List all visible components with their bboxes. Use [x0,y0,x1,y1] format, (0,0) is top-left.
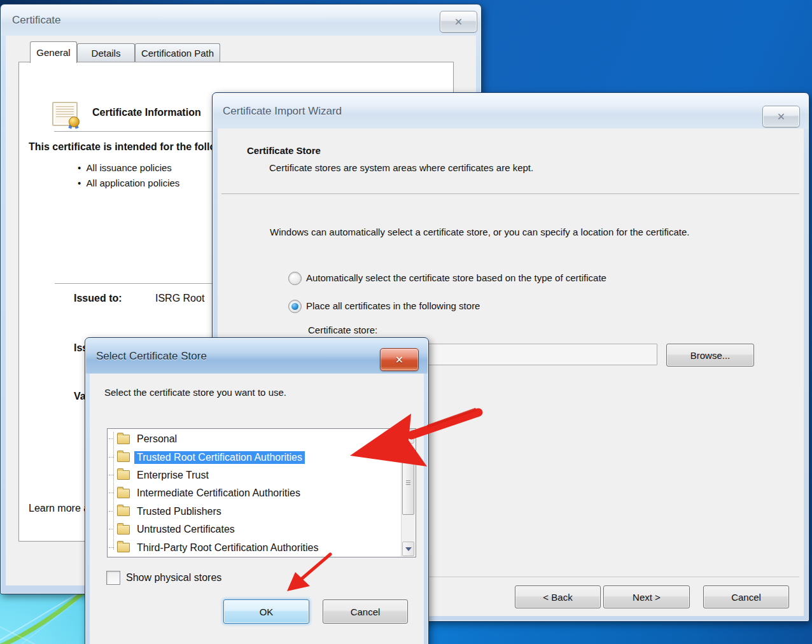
tab-general-label: General [36,47,70,58]
wizard-cancel-button-label: Cancel [731,592,761,603]
desktop: { "icons": { "close_glyph": "✕", "bullet… [0,0,812,644]
radio-auto-select-store-label[interactable]: Automatically select the certificate sto… [306,272,606,283]
wizard-titlebar[interactable]: Certificate Import Wizard ✕ [213,94,808,129]
issued-to-label: Issued to: [74,293,122,304]
bullet-icon: • [78,178,81,188]
next-button-label: Next > [633,592,661,603]
tab-general[interactable]: General [30,41,77,63]
select-store-title: Select Certificate Store [96,350,207,363]
store-list-item[interactable]: Intermediate Certification Authorities [108,484,401,502]
ok-button[interactable]: OK [223,599,309,624]
scroll-up-icon[interactable] [402,430,414,444]
store-list-item[interactable]: Personal [108,430,401,448]
certificate-dialog-title: Certificate [12,14,61,27]
folder-icon [117,489,130,498]
tab-certification-path[interactable]: Certification Path [135,43,220,62]
issued-to-value: ISRG Root [155,293,204,304]
folder-icon [117,507,130,516]
bullet-icon: • [78,162,81,173]
store-list-item-selected[interactable]: Trusted Root Certification Authorities [108,448,401,466]
wizard-cancel-button[interactable]: Cancel [703,585,789,608]
close-icon[interactable]: ✕ [762,106,800,127]
select-store-cancel-button[interactable]: Cancel [323,599,408,624]
certificate-information-heading: Certificate Information [92,107,201,118]
browse-button[interactable]: Browse... [666,344,754,367]
folder-icon [117,543,130,552]
browse-button-label: Browse... [690,350,731,361]
folder-icon [117,470,130,480]
list-scrollbar[interactable] [401,430,415,556]
store-list-item[interactable]: Untrusted Certificates [108,521,401,538]
purpose-item: • All issuance policies [78,162,172,173]
certificate-icon [52,102,80,127]
certificate-store-label: Certificate store: [308,325,377,335]
folder-icon [117,452,130,462]
wizard-page-subheading: Certificate stores are system areas wher… [269,162,533,173]
select-certificate-store-dialog: Select Certificate Store ✕ Select the ce… [85,337,429,644]
radio-place-in-store[interactable] [288,300,302,313]
scrollbar-thumb[interactable] [402,454,414,515]
next-button[interactable]: Next > [603,585,690,608]
radio-auto-select-store[interactable] [288,272,302,285]
tab-details-label: Details [92,48,121,59]
store-list-item[interactable]: Trusted Publishers [108,503,401,521]
tab-details[interactable]: Details [77,43,135,62]
close-icon[interactable]: ✕ [380,348,419,371]
purpose-item: • All application policies [78,178,179,188]
radio-place-in-store-label[interactable]: Place all certificates in the following … [306,300,480,311]
ok-button-label: OK [260,606,274,617]
certificate-dialog-titlebar[interactable]: Certificate ✕ [1,5,480,36]
store-list-item[interactable]: Enterprise Trust [108,466,401,484]
wizard-instruction-text: Windows can automatically select a certi… [270,225,744,240]
close-icon[interactable]: ✕ [440,11,477,32]
select-store-titlebar[interactable]: Select Certificate Store ✕ [86,339,428,374]
certificate-store-list[interactable]: Personal Trusted Root Certification Auth… [107,428,416,557]
back-button[interactable]: < Back [515,585,601,608]
folder-icon [117,525,130,535]
store-list-item[interactable]: Third-Party Root Certification Authoriti… [108,538,401,556]
show-physical-stores-checkbox[interactable] [106,571,120,585]
select-store-cancel-button-label: Cancel [351,606,381,617]
tab-certification-path-label: Certification Path [141,48,214,59]
scroll-down-icon[interactable] [402,542,414,556]
show-physical-stores-label[interactable]: Show physical stores [126,572,221,584]
back-button-label: < Back [543,592,572,603]
select-store-prompt: Select the certificate store you want to… [104,387,286,398]
wizard-title: Certificate Import Wizard [223,105,342,118]
folder-icon [117,435,130,444]
wizard-page-heading: Certificate Store [247,145,321,156]
